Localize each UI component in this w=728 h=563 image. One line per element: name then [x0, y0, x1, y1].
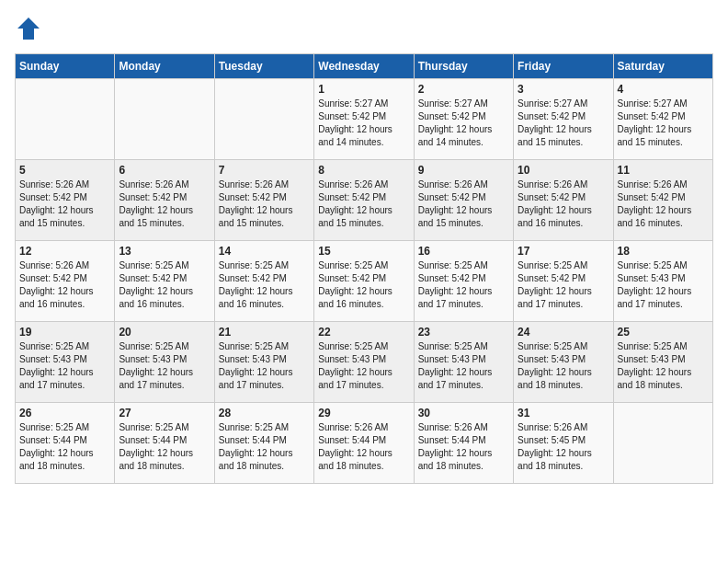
- day-cell: 7Sunrise: 5:26 AMSunset: 5:42 PMDaylight…: [214, 160, 313, 241]
- day-number: 14: [219, 245, 310, 258]
- sunrise-text: Sunrise: 5:25 AM: [418, 259, 509, 272]
- day-number: 21: [219, 326, 310, 339]
- day-info: Sunrise: 5:25 AMSunset: 5:42 PMDaylight:…: [518, 259, 609, 311]
- daylight-text: Daylight: 12 hours and 15 minutes.: [119, 204, 210, 230]
- day-info: Sunrise: 5:27 AMSunset: 5:42 PMDaylight:…: [418, 98, 509, 149]
- sunrise-text: Sunrise: 5:25 AM: [219, 421, 310, 434]
- sunset-text: Sunset: 5:42 PM: [19, 191, 110, 204]
- day-cell: 22Sunrise: 5:25 AMSunset: 5:43 PMDayligh…: [314, 322, 414, 403]
- day-number: 12: [19, 245, 110, 258]
- daylight-text: Daylight: 12 hours and 18 minutes.: [318, 447, 409, 473]
- day-number: 3: [518, 83, 609, 96]
- day-info: Sunrise: 5:26 AMSunset: 5:42 PMDaylight:…: [318, 178, 409, 230]
- daylight-text: Daylight: 12 hours and 18 minutes.: [518, 366, 609, 392]
- day-number: 13: [119, 245, 210, 258]
- day-cell: 25Sunrise: 5:25 AMSunset: 5:43 PMDayligh…: [613, 322, 712, 403]
- day-info: Sunrise: 5:25 AMSunset: 5:43 PMDaylight:…: [618, 340, 709, 392]
- sunrise-text: Sunrise: 5:26 AM: [418, 178, 509, 191]
- day-info: Sunrise: 5:25 AMSunset: 5:43 PMDaylight:…: [119, 340, 210, 392]
- sunset-text: Sunset: 5:43 PM: [318, 353, 409, 366]
- day-info: Sunrise: 5:27 AMSunset: 5:42 PMDaylight:…: [518, 98, 609, 149]
- day-cell: 27Sunrise: 5:25 AMSunset: 5:44 PMDayligh…: [115, 403, 214, 484]
- sunset-text: Sunset: 5:42 PM: [618, 191, 709, 204]
- daylight-text: Daylight: 12 hours and 15 minutes.: [518, 123, 609, 149]
- sunset-text: Sunset: 5:43 PM: [618, 272, 709, 285]
- day-number: 18: [618, 245, 709, 258]
- day-cell: 15Sunrise: 5:25 AMSunset: 5:42 PMDayligh…: [314, 241, 414, 322]
- day-number: 7: [219, 164, 310, 177]
- sunrise-text: Sunrise: 5:25 AM: [618, 259, 709, 272]
- day-info: Sunrise: 5:26 AMSunset: 5:44 PMDaylight:…: [418, 421, 509, 473]
- day-number: 17: [518, 245, 609, 258]
- sunset-text: Sunset: 5:42 PM: [119, 191, 210, 204]
- day-info: Sunrise: 5:27 AMSunset: 5:42 PMDaylight:…: [318, 98, 409, 149]
- day-cell: 9Sunrise: 5:26 AMSunset: 5:42 PMDaylight…: [414, 160, 513, 241]
- page-header: [15, 15, 713, 42]
- day-number: 6: [119, 164, 210, 177]
- day-info: Sunrise: 5:26 AMSunset: 5:42 PMDaylight:…: [19, 178, 110, 230]
- daylight-text: Daylight: 12 hours and 16 minutes.: [19, 285, 110, 311]
- sunset-text: Sunset: 5:43 PM: [119, 353, 210, 366]
- sunrise-text: Sunrise: 5:26 AM: [119, 178, 210, 191]
- day-number: 16: [418, 245, 509, 258]
- logo-icon: [15, 15, 42, 42]
- day-info: Sunrise: 5:25 AMSunset: 5:44 PMDaylight:…: [219, 421, 310, 473]
- daylight-text: Daylight: 12 hours and 18 minutes.: [518, 447, 609, 473]
- day-number: 27: [119, 407, 210, 419]
- day-cell: 19Sunrise: 5:25 AMSunset: 5:43 PMDayligh…: [16, 322, 115, 403]
- sunrise-text: Sunrise: 5:26 AM: [318, 178, 409, 191]
- sunset-text: Sunset: 5:42 PM: [418, 272, 509, 285]
- calendar-header: SundayMondayTuesdayWednesdayThursdayFrid…: [16, 54, 713, 79]
- day-number: 28: [219, 407, 310, 419]
- sunrise-text: Sunrise: 5:26 AM: [19, 259, 110, 272]
- daylight-text: Daylight: 12 hours and 18 minutes.: [19, 447, 110, 473]
- day-cell: 4Sunrise: 5:27 AMSunset: 5:42 PMDaylight…: [613, 79, 712, 160]
- daylight-text: Daylight: 12 hours and 17 minutes.: [318, 366, 409, 392]
- day-number: 15: [318, 245, 409, 258]
- sunrise-text: Sunrise: 5:25 AM: [19, 421, 110, 434]
- day-cell: 31Sunrise: 5:26 AMSunset: 5:45 PMDayligh…: [514, 403, 613, 484]
- sunset-text: Sunset: 5:43 PM: [418, 353, 509, 366]
- daylight-text: Daylight: 12 hours and 16 minutes.: [119, 285, 210, 311]
- sunrise-text: Sunrise: 5:25 AM: [318, 259, 409, 272]
- day-info: Sunrise: 5:26 AMSunset: 5:42 PMDaylight:…: [418, 178, 509, 230]
- day-cell: 26Sunrise: 5:25 AMSunset: 5:44 PMDayligh…: [16, 403, 115, 484]
- day-number: 22: [318, 326, 409, 339]
- sunrise-text: Sunrise: 5:25 AM: [618, 340, 709, 353]
- sunset-text: Sunset: 5:44 PM: [318, 434, 409, 447]
- sunset-text: Sunset: 5:44 PM: [219, 434, 310, 447]
- header-cell-tuesday: Tuesday: [214, 54, 313, 79]
- sunrise-text: Sunrise: 5:25 AM: [318, 340, 409, 353]
- daylight-text: Daylight: 12 hours and 14 minutes.: [318, 123, 409, 149]
- day-cell: 18Sunrise: 5:25 AMSunset: 5:43 PMDayligh…: [613, 241, 712, 322]
- sunset-text: Sunset: 5:42 PM: [119, 272, 210, 285]
- daylight-text: Daylight: 12 hours and 15 minutes.: [219, 204, 310, 230]
- day-info: Sunrise: 5:25 AMSunset: 5:42 PMDaylight:…: [418, 259, 509, 311]
- day-number: 30: [418, 407, 509, 419]
- sunrise-text: Sunrise: 5:25 AM: [219, 259, 310, 272]
- header-cell-sunday: Sunday: [16, 54, 115, 79]
- day-number: 2: [418, 83, 509, 96]
- day-cell: 8Sunrise: 5:26 AMSunset: 5:42 PMDaylight…: [314, 160, 414, 241]
- sunrise-text: Sunrise: 5:26 AM: [19, 178, 110, 191]
- daylight-text: Daylight: 12 hours and 16 minutes.: [219, 285, 310, 311]
- day-number: 19: [19, 326, 110, 339]
- day-cell: [115, 79, 214, 160]
- daylight-text: Daylight: 12 hours and 17 minutes.: [418, 366, 509, 392]
- sunset-text: Sunset: 5:43 PM: [618, 353, 709, 366]
- day-cell: 24Sunrise: 5:25 AMSunset: 5:43 PMDayligh…: [514, 322, 613, 403]
- sunrise-text: Sunrise: 5:25 AM: [219, 340, 310, 353]
- sunset-text: Sunset: 5:42 PM: [518, 272, 609, 285]
- day-cell: 1Sunrise: 5:27 AMSunset: 5:42 PMDaylight…: [314, 79, 414, 160]
- day-number: 1: [318, 83, 409, 96]
- day-number: 9: [418, 164, 509, 177]
- day-info: Sunrise: 5:27 AMSunset: 5:42 PMDaylight:…: [618, 98, 709, 149]
- sunset-text: Sunset: 5:44 PM: [418, 434, 509, 447]
- sunset-text: Sunset: 5:44 PM: [119, 434, 210, 447]
- day-cell: 14Sunrise: 5:25 AMSunset: 5:42 PMDayligh…: [214, 241, 313, 322]
- day-info: Sunrise: 5:25 AMSunset: 5:43 PMDaylight:…: [219, 340, 310, 392]
- sunset-text: Sunset: 5:44 PM: [19, 434, 110, 447]
- day-number: 25: [618, 326, 709, 339]
- header-row: SundayMondayTuesdayWednesdayThursdayFrid…: [16, 54, 713, 79]
- day-number: 5: [19, 164, 110, 177]
